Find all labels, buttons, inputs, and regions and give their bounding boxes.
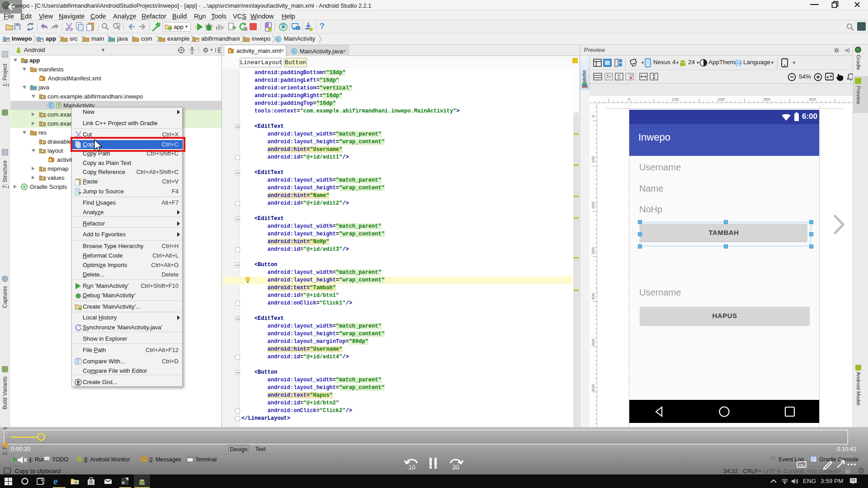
svg-text:10: 10 <box>408 464 415 471</box>
svg-text:DX: DX <box>629 74 633 77</box>
svg-text:C: C <box>277 37 280 42</box>
svg-text:¥: ¥ <box>607 74 609 77</box>
svg-text:Σ: Σ <box>618 73 621 80</box>
svg-text:HD: HD <box>799 463 804 467</box>
svg-text:C: C <box>292 49 296 54</box>
svg-text:30: 30 <box>452 464 459 471</box>
svg-text:C: C <box>49 103 52 108</box>
